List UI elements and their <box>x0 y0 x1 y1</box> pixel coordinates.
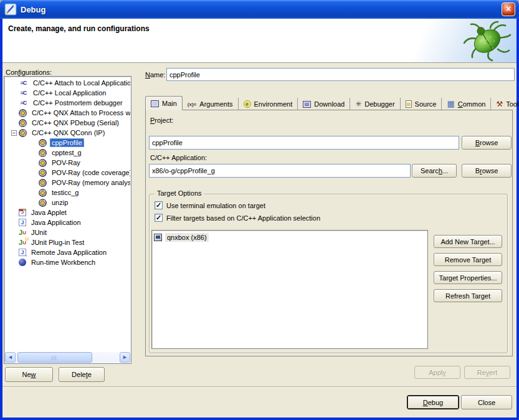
scrollbar-track[interactable] <box>16 352 120 363</box>
tree-item-icon <box>19 209 26 216</box>
tree-item[interactable]: C/C++ Local Application <box>5 88 130 98</box>
header-title: Create, manage, and run configurations <box>8 24 150 33</box>
tree-item-label: POV-Ray <box>50 158 82 167</box>
tree-item-label: JUnit <box>29 228 49 237</box>
debug-button[interactable]: Debug <box>407 395 459 409</box>
tab[interactable]: Debugger <box>350 98 400 110</box>
checkbox-checked-icon[interactable]: ✓ <box>155 214 163 222</box>
tree-item[interactable]: POV-Ray (code coverage) <box>5 168 130 178</box>
apply-button[interactable]: Apply <box>414 366 460 379</box>
tree-item[interactable]: Run-time Workbench <box>5 257 130 267</box>
tree-item[interactable]: C/C++ QNX Attach to Process w <box>5 108 130 118</box>
tree-item-label: C/C++ QNX QConn (IP) <box>30 128 107 137</box>
application-input[interactable] <box>149 164 411 178</box>
tree-item-icon <box>19 99 28 107</box>
name-input[interactable] <box>166 68 515 81</box>
tab-icon <box>406 100 412 108</box>
tab[interactable]: Download <box>298 98 350 110</box>
tree-item-label: C/C++ Postmortem debugger <box>31 98 125 107</box>
checkbox-checked-icon[interactable]: ✓ <box>155 201 163 209</box>
tree-item-icon <box>39 199 47 207</box>
tree-item[interactable]: C/C++ QNX PDebug (Serial) <box>5 118 130 128</box>
tree-item-icon <box>19 249 26 256</box>
target-list-item[interactable]: qnxbox (x86) <box>153 232 427 243</box>
tab-label: Tools <box>506 100 519 108</box>
tree-item-icon <box>19 89 28 97</box>
filter-targets-label: Filter targets based on C/C++ Applicatio… <box>166 214 320 222</box>
dialog-icon <box>4 3 17 16</box>
close-window-button[interactable]: × <box>502 2 515 16</box>
tree-item-label: Java Application <box>29 218 83 227</box>
search-button[interactable]: Search... <box>412 164 457 178</box>
tree-item[interactable]: JUnit Plug-in Test <box>5 237 130 247</box>
scroll-right-button[interactable]: ► <box>120 352 130 363</box>
tree-item[interactable]: POV-Ray <box>5 158 130 168</box>
tree-item[interactable]: cpptest_g <box>5 148 130 158</box>
tab[interactable]: Source <box>401 98 442 110</box>
tab-label: Arguments <box>199 100 232 108</box>
tree-item-label: unzip <box>50 198 70 207</box>
tab-label: Debugger <box>364 100 394 108</box>
browse-application-button[interactable]: Browse <box>462 164 512 178</box>
tree-item[interactable]: JUnit <box>5 227 130 237</box>
add-new-target-button[interactable]: Add New Target... <box>434 235 502 248</box>
tree-item[interactable]: Remote Java Application <box>5 247 130 257</box>
tree-item[interactable]: − C/C++ QNX QConn (IP) <box>5 128 130 138</box>
configurations-label: Configurations: <box>6 69 52 76</box>
tree-item-icon <box>19 229 26 236</box>
configurations-tree: C/C++ Attach to Local Applicatio C/C++ L… <box>4 76 131 364</box>
tree-horizontal-scrollbar[interactable]: ◄ ► <box>5 352 130 363</box>
browse-project-button[interactable]: Browse <box>462 136 512 150</box>
tab-icon <box>151 100 159 107</box>
scroll-left-icon: ◄ <box>7 354 13 360</box>
close-button[interactable]: Close <box>461 395 512 409</box>
tab-bar: Main Arguments Environment Download Debu… <box>145 96 519 110</box>
tab-label: Environment <box>254 100 293 108</box>
tab[interactable]: Environment <box>239 98 298 110</box>
tree-item-icon <box>39 159 47 167</box>
tab[interactable]: Arguments <box>183 98 239 110</box>
tree-item-label: testicc_g <box>50 188 80 197</box>
target-options-title: Target Options <box>155 189 204 197</box>
terminal-emulation-checkbox-row[interactable]: ✓ Use terminal emulation on target <box>155 201 265 209</box>
expander-icon[interactable]: − <box>11 130 17 136</box>
tab[interactable]: Main <box>145 96 183 110</box>
filter-targets-checkbox-row[interactable]: ✓ Filter targets based on C/C++ Applicat… <box>155 214 320 222</box>
window-title: Debug <box>21 5 45 14</box>
tree-item[interactable]: testicc_g <box>5 188 130 198</box>
tab[interactable]: Tools <box>491 98 519 110</box>
tree-item[interactable]: Java Applet <box>5 208 130 217</box>
tree-item[interactable]: Java Application <box>5 217 130 227</box>
tree-item[interactable]: POV-Ray (memory analysis) <box>5 178 130 188</box>
delete-button[interactable]: Delete <box>59 367 105 382</box>
tree-item[interactable]: C/C++ Attach to Local Applicatio <box>5 78 130 88</box>
revert-button[interactable]: Revert <box>464 366 510 379</box>
refresh-target-button[interactable]: Refresh Target <box>434 289 502 302</box>
tree-item-label: POV-Ray (code coverage) <box>50 168 130 177</box>
new-button[interactable]: New <box>5 367 53 382</box>
tree-item[interactable]: cppProfile <box>5 138 130 148</box>
debug-dialog-window: Debug × Create, manage, and run configur… <box>0 0 519 420</box>
tree-item-label: JUnit Plug-in Test <box>29 238 86 247</box>
scrollbar-thumb[interactable] <box>17 352 92 363</box>
titlebar[interactable]: Debug × <box>0 0 519 19</box>
tree-item-label: cpptest_g <box>50 148 83 157</box>
project-input[interactable] <box>149 136 459 150</box>
tree-item-icon <box>39 169 47 177</box>
remove-target-button[interactable]: Remove Target <box>434 253 502 266</box>
tree-item[interactable]: C/C++ Postmortem debugger <box>5 98 130 108</box>
tree-item-icon <box>19 239 26 246</box>
project-label: Project: <box>150 117 173 124</box>
tab-label: Main <box>162 100 177 107</box>
scroll-right-icon: ► <box>122 354 128 360</box>
scroll-left-button[interactable]: ◄ <box>5 352 16 363</box>
tree-item-label: POV-Ray (memory analysis) <box>50 178 130 187</box>
tree-item[interactable]: unzip <box>5 198 130 208</box>
tree-rows: C/C++ Attach to Local Applicatio C/C++ L… <box>5 78 130 351</box>
tree-item-icon <box>39 149 47 157</box>
tab[interactable]: Common <box>442 98 491 110</box>
tree-item-label: C/C++ Local Application <box>31 88 108 97</box>
target-properties-button[interactable]: Target Properties... <box>434 271 502 284</box>
name-label: Name: <box>145 71 165 79</box>
target-options-group: Target Options ✓ Use terminal emulation … <box>149 194 508 353</box>
